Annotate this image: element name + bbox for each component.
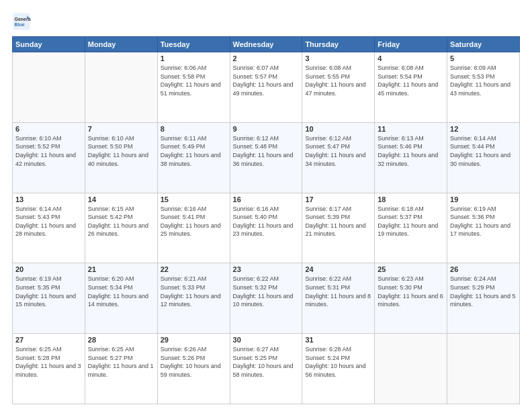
day-info: Sunrise: 6:13 AM Sunset: 5:46 PM Dayligh… [378,134,444,168]
week-row-1: 1Sunrise: 6:06 AM Sunset: 5:58 PM Daylig… [13,52,520,123]
logo-icon: General Blue [12,12,31,31]
day-cell: 13Sunrise: 6:14 AM Sunset: 5:43 PM Dayli… [13,193,85,263]
day-cell: 19Sunrise: 6:19 AM Sunset: 5:36 PM Dayli… [447,193,520,263]
day-number: 5 [450,54,517,62]
day-number: 12 [450,125,517,133]
day-cell: 20Sunrise: 6:19 AM Sunset: 5:35 PM Dayli… [13,263,85,334]
day-cell: 15Sunrise: 6:16 AM Sunset: 5:41 PM Dayli… [157,193,230,263]
day-info: Sunrise: 6:22 AM Sunset: 5:31 PM Dayligh… [305,275,371,308]
day-number: 6 [15,125,82,133]
day-number: 24 [305,265,371,273]
day-cell: 30Sunrise: 6:27 AM Sunset: 5:25 PM Dayli… [230,334,302,404]
weekday-thursday: Thursday [302,37,375,52]
day-cell [447,334,520,404]
day-info: Sunrise: 6:21 AM Sunset: 5:33 PM Dayligh… [161,275,227,308]
day-number: 8 [161,125,227,133]
day-cell: 25Sunrise: 6:23 AM Sunset: 5:30 PM Dayli… [375,263,447,334]
weekday-tuesday: Tuesday [157,37,230,52]
day-info: Sunrise: 6:28 AM Sunset: 5:24 PM Dayligh… [305,345,371,379]
day-cell [375,334,447,404]
day-cell: 23Sunrise: 6:22 AM Sunset: 5:32 PM Dayli… [230,263,302,334]
day-info: Sunrise: 6:14 AM Sunset: 5:43 PM Dayligh… [15,205,82,238]
day-cell: 27Sunrise: 6:25 AM Sunset: 5:28 PM Dayli… [13,334,85,404]
day-info: Sunrise: 6:20 AM Sunset: 5:34 PM Dayligh… [88,275,154,308]
weekday-header-row: SundayMondayTuesdayWednesdayThursdayFrid… [13,37,520,52]
weekday-monday: Monday [85,37,157,52]
week-row-2: 6Sunrise: 6:10 AM Sunset: 5:52 PM Daylig… [13,122,520,193]
day-cell: 24Sunrise: 6:22 AM Sunset: 5:31 PM Dayli… [302,263,375,334]
svg-text:Blue: Blue [15,22,25,27]
day-cell [85,52,157,123]
weekday-saturday: Saturday [447,37,520,52]
day-info: Sunrise: 6:23 AM Sunset: 5:30 PM Dayligh… [378,275,444,308]
day-info: Sunrise: 6:12 AM Sunset: 5:48 PM Dayligh… [233,134,300,168]
day-info: Sunrise: 6:14 AM Sunset: 5:44 PM Dayligh… [450,134,517,168]
day-info: Sunrise: 6:16 AM Sunset: 5:41 PM Dayligh… [161,205,227,238]
day-number: 11 [378,125,444,133]
day-info: Sunrise: 6:09 AM Sunset: 5:53 PM Dayligh… [450,64,517,97]
day-info: Sunrise: 6:25 AM Sunset: 5:28 PM Dayligh… [15,345,82,379]
day-number: 29 [161,336,227,344]
day-cell: 4Sunrise: 6:08 AM Sunset: 5:54 PM Daylig… [375,52,447,123]
day-info: Sunrise: 6:07 AM Sunset: 5:57 PM Dayligh… [233,64,300,97]
day-info: Sunrise: 6:26 AM Sunset: 5:26 PM Dayligh… [161,345,227,379]
day-cell: 5Sunrise: 6:09 AM Sunset: 5:53 PM Daylig… [447,52,520,123]
day-cell: 7Sunrise: 6:10 AM Sunset: 5:50 PM Daylig… [85,122,157,193]
day-info: Sunrise: 6:15 AM Sunset: 5:42 PM Dayligh… [88,205,154,238]
day-cell: 21Sunrise: 6:20 AM Sunset: 5:34 PM Dayli… [85,263,157,334]
day-number: 16 [233,195,300,203]
day-number: 10 [305,125,371,133]
header: General Blue [12,12,520,31]
day-info: Sunrise: 6:19 AM Sunset: 5:35 PM Dayligh… [15,275,82,308]
day-info: Sunrise: 6:24 AM Sunset: 5:29 PM Dayligh… [450,275,517,308]
day-info: Sunrise: 6:25 AM Sunset: 5:27 PM Dayligh… [88,345,154,379]
day-number: 13 [15,195,82,203]
day-number: 3 [305,54,371,62]
day-cell: 6Sunrise: 6:10 AM Sunset: 5:52 PM Daylig… [13,122,85,193]
day-cell: 1Sunrise: 6:06 AM Sunset: 5:58 PM Daylig… [157,52,230,123]
day-cell: 9Sunrise: 6:12 AM Sunset: 5:48 PM Daylig… [230,122,302,193]
day-cell: 18Sunrise: 6:18 AM Sunset: 5:37 PM Dayli… [375,193,447,263]
day-cell: 3Sunrise: 6:08 AM Sunset: 5:55 PM Daylig… [302,52,375,123]
weekday-friday: Friday [375,37,447,52]
day-info: Sunrise: 6:16 AM Sunset: 5:40 PM Dayligh… [233,205,300,238]
calendar: SundayMondayTuesdayWednesdayThursdayFrid… [12,36,520,404]
day-number: 19 [450,195,517,203]
day-info: Sunrise: 6:11 AM Sunset: 5:49 PM Dayligh… [161,134,227,168]
day-info: Sunrise: 6:12 AM Sunset: 5:47 PM Dayligh… [305,134,371,168]
weekday-sunday: Sunday [13,37,85,52]
day-number: 9 [233,125,300,133]
day-cell: 2Sunrise: 6:07 AM Sunset: 5:57 PM Daylig… [230,52,302,123]
day-info: Sunrise: 6:10 AM Sunset: 5:52 PM Dayligh… [15,134,82,168]
day-info: Sunrise: 6:08 AM Sunset: 5:54 PM Dayligh… [378,64,444,97]
day-cell [13,52,85,123]
day-number: 28 [88,336,154,344]
day-number: 15 [161,195,227,203]
day-cell: 16Sunrise: 6:16 AM Sunset: 5:40 PM Dayli… [230,193,302,263]
day-number: 7 [88,125,154,133]
day-number: 27 [15,336,82,344]
day-number: 23 [233,265,300,273]
day-number: 22 [161,265,227,273]
day-number: 20 [15,265,82,273]
day-cell: 10Sunrise: 6:12 AM Sunset: 5:47 PM Dayli… [302,122,375,193]
day-info: Sunrise: 6:18 AM Sunset: 5:37 PM Dayligh… [378,205,444,238]
day-info: Sunrise: 6:22 AM Sunset: 5:32 PM Dayligh… [233,275,300,308]
day-cell: 17Sunrise: 6:17 AM Sunset: 5:39 PM Dayli… [302,193,375,263]
day-cell: 14Sunrise: 6:15 AM Sunset: 5:42 PM Dayli… [85,193,157,263]
week-row-4: 20Sunrise: 6:19 AM Sunset: 5:35 PM Dayli… [13,263,520,334]
weekday-wednesday: Wednesday [230,37,302,52]
day-info: Sunrise: 6:17 AM Sunset: 5:39 PM Dayligh… [305,205,371,238]
week-row-3: 13Sunrise: 6:14 AM Sunset: 5:43 PM Dayli… [13,193,520,263]
day-number: 4 [378,54,444,62]
day-number: 17 [305,195,371,203]
day-cell: 11Sunrise: 6:13 AM Sunset: 5:46 PM Dayli… [375,122,447,193]
day-info: Sunrise: 6:27 AM Sunset: 5:25 PM Dayligh… [233,345,300,379]
logo: General Blue [12,12,31,31]
day-number: 31 [305,336,371,344]
week-row-5: 27Sunrise: 6:25 AM Sunset: 5:28 PM Dayli… [13,334,520,404]
day-cell: 8Sunrise: 6:11 AM Sunset: 5:49 PM Daylig… [157,122,230,193]
day-cell: 22Sunrise: 6:21 AM Sunset: 5:33 PM Dayli… [157,263,230,334]
day-info: Sunrise: 6:19 AM Sunset: 5:36 PM Dayligh… [450,205,517,238]
day-cell: 29Sunrise: 6:26 AM Sunset: 5:26 PM Dayli… [157,334,230,404]
